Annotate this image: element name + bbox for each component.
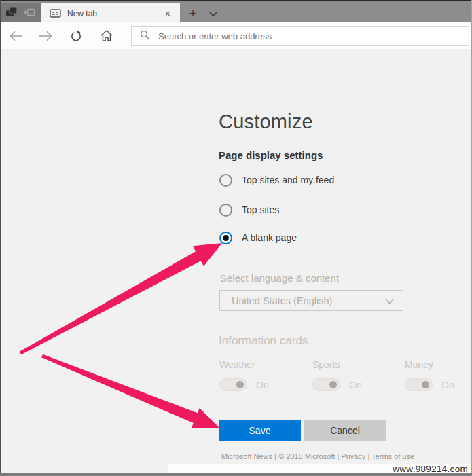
page-title: Customize bbox=[219, 111, 313, 133]
weather-label: Weather bbox=[219, 359, 255, 370]
tab-close-icon[interactable]: × bbox=[163, 7, 173, 20]
information-cards-heading: Information cards bbox=[219, 334, 308, 348]
tabs-set-aside-icon[interactable] bbox=[5, 7, 18, 20]
refresh-button[interactable] bbox=[69, 29, 84, 43]
money-toggle[interactable] bbox=[405, 378, 433, 391]
back-button[interactable] bbox=[8, 29, 23, 43]
forward-arrow-icon bbox=[39, 31, 53, 41]
new-tab-button[interactable]: + bbox=[184, 3, 202, 24]
chevron-down-icon bbox=[208, 7, 218, 20]
search-input[interactable] bbox=[157, 31, 469, 42]
radio-top-sites-and-feed[interactable]: Top sites and my feed bbox=[219, 173, 334, 187]
weather-toggle[interactable] bbox=[219, 378, 247, 391]
language-dropdown-value: United States (English) bbox=[232, 295, 385, 306]
money-toggle-row: On bbox=[405, 378, 454, 391]
language-label: Select language & content bbox=[220, 272, 339, 284]
forward-button[interactable] bbox=[38, 29, 53, 43]
footer-links[interactable]: Microsoft News | © 2018 Microsoft | Priv… bbox=[219, 452, 417, 460]
radio-label: Top sites and my feed bbox=[242, 175, 334, 185]
sports-toggle-row: On bbox=[312, 378, 362, 391]
toggle-state-label: On bbox=[349, 380, 362, 390]
language-dropdown[interactable]: United States (English) bbox=[219, 290, 403, 311]
navigation-bar bbox=[0, 22, 472, 49]
display-settings-heading: Page display settings bbox=[219, 149, 323, 161]
tab-title: New tab bbox=[67, 9, 163, 18]
tab-list-button[interactable] bbox=[204, 3, 222, 24]
watermark: www.989214.com bbox=[393, 464, 468, 474]
edge-window: New tab × + bbox=[0, 0, 472, 476]
radio-selected-icon[interactable] bbox=[219, 232, 232, 244]
toggle-state-label: On bbox=[256, 380, 269, 390]
save-button[interactable]: Save bbox=[219, 420, 301, 441]
tab-actions-corner bbox=[0, 3, 41, 24]
window-border-left bbox=[0, 0, 1, 476]
tabs-preview-icon[interactable] bbox=[24, 7, 35, 20]
cancel-button[interactable]: Cancel bbox=[304, 420, 386, 441]
home-button[interactable] bbox=[99, 29, 114, 43]
tab-bar: New tab × + bbox=[0, 0, 472, 22]
home-icon bbox=[100, 29, 113, 42]
radio-circle-icon[interactable] bbox=[219, 204, 232, 217]
back-arrow-icon bbox=[9, 31, 23, 41]
sports-label: Sports bbox=[312, 359, 340, 370]
arrow-to-blank-page-radio bbox=[20, 243, 222, 354]
weather-toggle-row: On bbox=[219, 378, 269, 391]
arrow-to-save-button bbox=[41, 354, 219, 428]
radio-top-sites[interactable]: Top sites bbox=[219, 203, 279, 217]
money-label: Money bbox=[405, 359, 433, 370]
radio-circle-icon[interactable] bbox=[219, 174, 232, 187]
chevron-down-icon bbox=[385, 295, 394, 307]
plus-icon: + bbox=[189, 7, 196, 20]
radio-label: Top sites bbox=[242, 204, 279, 215]
refresh-icon bbox=[69, 29, 83, 43]
sports-toggle[interactable] bbox=[312, 378, 340, 391]
search-icon bbox=[140, 30, 150, 43]
radio-blank-page[interactable]: A blank page bbox=[219, 231, 297, 244]
radio-label: A blank page bbox=[242, 232, 297, 243]
tab-new-tab[interactable]: New tab × bbox=[41, 3, 180, 24]
new-tab-page-icon bbox=[50, 9, 61, 18]
window-border-bottom bbox=[0, 473, 472, 476]
address-bar[interactable] bbox=[131, 26, 469, 46]
toggle-state-label: On bbox=[441, 380, 454, 390]
